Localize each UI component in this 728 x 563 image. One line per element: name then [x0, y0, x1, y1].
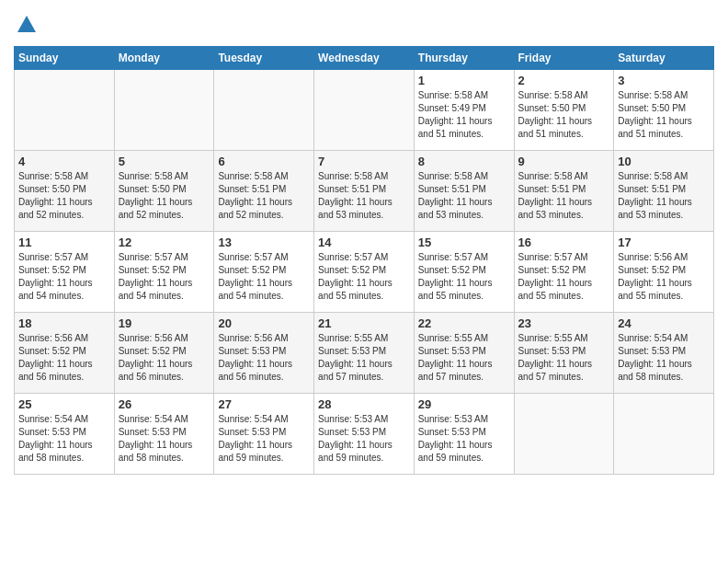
cell-info: Sunrise: 5:57 AMSunset: 5:52 PMDaylight:… [218, 251, 310, 303]
day-number: 9 [518, 155, 610, 168]
calendar-cell: 18Sunrise: 5:56 AMSunset: 5:52 PMDayligh… [15, 312, 115, 393]
calendar-cell [314, 69, 415, 150]
cell-info: Sunrise: 5:58 AMSunset: 5:51 PMDaylight:… [318, 170, 410, 222]
day-number: 3 [618, 74, 710, 87]
cell-info: Sunrise: 5:56 AMSunset: 5:52 PMDaylight:… [119, 332, 210, 384]
calendar-cell [114, 69, 214, 150]
cell-info: Sunrise: 5:54 AMSunset: 5:53 PMDaylight:… [218, 413, 310, 465]
cell-info: Sunrise: 5:53 AMSunset: 5:53 PMDaylight:… [418, 413, 510, 465]
day-number: 10 [618, 155, 710, 168]
calendar-cell: 23Sunrise: 5:55 AMSunset: 5:53 PMDayligh… [514, 312, 614, 393]
day-number: 15 [418, 236, 510, 249]
header-row: SundayMondayTuesdayWednesdayThursdayFrid… [15, 46, 714, 69]
calendar-cell: 27Sunrise: 5:54 AMSunset: 5:53 PMDayligh… [214, 393, 314, 474]
cell-info: Sunrise: 5:53 AMSunset: 5:53 PMDaylight:… [318, 413, 410, 465]
day-number: 23 [518, 316, 610, 330]
day-number: 13 [218, 236, 310, 249]
calendar-cell: 19Sunrise: 5:56 AMSunset: 5:52 PMDayligh… [114, 312, 214, 393]
weekday-header: Wednesday [314, 46, 415, 69]
cell-info: Sunrise: 5:58 AMSunset: 5:50 PMDaylight:… [18, 170, 110, 222]
day-number: 11 [18, 236, 110, 249]
day-number: 22 [418, 316, 510, 330]
cell-info: Sunrise: 5:54 AMSunset: 5:53 PMDaylight:… [618, 332, 710, 384]
calendar-cell: 1Sunrise: 5:58 AMSunset: 5:49 PMDaylight… [414, 69, 514, 150]
day-number: 28 [318, 397, 410, 411]
calendar-week-row: 18Sunrise: 5:56 AMSunset: 5:52 PMDayligh… [15, 312, 714, 393]
day-number: 17 [618, 236, 710, 249]
calendar-cell: 7Sunrise: 5:58 AMSunset: 5:51 PMDaylight… [314, 150, 415, 231]
calendar-cell: 25Sunrise: 5:54 AMSunset: 5:53 PMDayligh… [15, 393, 115, 474]
cell-info: Sunrise: 5:54 AMSunset: 5:53 PMDaylight:… [119, 413, 210, 465]
cell-info: Sunrise: 5:58 AMSunset: 5:51 PMDaylight:… [518, 170, 610, 222]
weekday-header: Thursday [414, 46, 514, 69]
calendar-week-row: 11Sunrise: 5:57 AMSunset: 5:52 PMDayligh… [15, 231, 714, 312]
weekday-header: Tuesday [214, 46, 314, 69]
day-number: 7 [318, 155, 410, 168]
calendar-cell: 10Sunrise: 5:58 AMSunset: 5:51 PMDayligh… [614, 150, 714, 231]
calendar-cell: 3Sunrise: 5:58 AMSunset: 5:50 PMDaylight… [614, 69, 714, 150]
day-number: 24 [618, 316, 710, 330]
cell-info: Sunrise: 5:56 AMSunset: 5:52 PMDaylight:… [618, 251, 710, 303]
calendar-cell: 13Sunrise: 5:57 AMSunset: 5:52 PMDayligh… [214, 231, 314, 312]
cell-info: Sunrise: 5:58 AMSunset: 5:50 PMDaylight:… [618, 89, 710, 141]
day-number: 21 [318, 316, 410, 330]
calendar-cell [614, 393, 714, 474]
calendar-cell: 17Sunrise: 5:56 AMSunset: 5:52 PMDayligh… [614, 231, 714, 312]
calendar-cell [514, 393, 614, 474]
cell-info: Sunrise: 5:58 AMSunset: 5:51 PMDaylight:… [618, 170, 710, 222]
calendar-cell: 8Sunrise: 5:58 AMSunset: 5:51 PMDaylight… [414, 150, 514, 231]
calendar-cell: 29Sunrise: 5:53 AMSunset: 5:53 PMDayligh… [414, 393, 514, 474]
cell-info: Sunrise: 5:57 AMSunset: 5:52 PMDaylight:… [518, 251, 610, 303]
calendar-cell: 20Sunrise: 5:56 AMSunset: 5:53 PMDayligh… [214, 312, 314, 393]
day-number: 1 [418, 74, 510, 87]
weekday-header: Friday [514, 46, 614, 69]
calendar-table: SundayMondayTuesdayWednesdayThursdayFrid… [14, 46, 714, 475]
calendar-cell: 11Sunrise: 5:57 AMSunset: 5:52 PMDayligh… [15, 231, 115, 312]
day-number: 12 [119, 236, 210, 249]
calendar-cell: 16Sunrise: 5:57 AMSunset: 5:52 PMDayligh… [514, 231, 614, 312]
calendar-cell: 6Sunrise: 5:58 AMSunset: 5:51 PMDaylight… [214, 150, 314, 231]
calendar-cell: 26Sunrise: 5:54 AMSunset: 5:53 PMDayligh… [114, 393, 214, 474]
calendar-cell: 14Sunrise: 5:57 AMSunset: 5:52 PMDayligh… [314, 231, 415, 312]
calendar-cell: 22Sunrise: 5:55 AMSunset: 5:53 PMDayligh… [414, 312, 514, 393]
cell-info: Sunrise: 5:57 AMSunset: 5:52 PMDaylight:… [119, 251, 210, 303]
day-number: 29 [418, 397, 510, 411]
logo [14, 14, 38, 40]
day-number: 16 [518, 236, 610, 249]
day-number: 5 [119, 155, 210, 168]
day-number: 6 [218, 155, 310, 168]
calendar-cell: 2Sunrise: 5:58 AMSunset: 5:50 PMDaylight… [514, 69, 614, 150]
day-number: 25 [18, 397, 110, 411]
calendar-cell [15, 69, 115, 150]
day-number: 8 [418, 155, 510, 168]
cell-info: Sunrise: 5:57 AMSunset: 5:52 PMDaylight:… [318, 251, 410, 303]
calendar-week-row: 4Sunrise: 5:58 AMSunset: 5:50 PMDaylight… [15, 150, 714, 231]
cell-info: Sunrise: 5:57 AMSunset: 5:52 PMDaylight:… [418, 251, 510, 303]
cell-info: Sunrise: 5:56 AMSunset: 5:53 PMDaylight:… [218, 332, 310, 384]
cell-info: Sunrise: 5:55 AMSunset: 5:53 PMDaylight:… [518, 332, 610, 384]
calendar-week-row: 1Sunrise: 5:58 AMSunset: 5:49 PMDaylight… [15, 69, 714, 150]
calendar-cell: 12Sunrise: 5:57 AMSunset: 5:52 PMDayligh… [114, 231, 214, 312]
cell-info: Sunrise: 5:58 AMSunset: 5:51 PMDaylight:… [418, 170, 510, 222]
calendar-cell: 9Sunrise: 5:58 AMSunset: 5:51 PMDaylight… [514, 150, 614, 231]
cell-info: Sunrise: 5:58 AMSunset: 5:49 PMDaylight:… [418, 89, 510, 141]
weekday-header: Monday [114, 46, 214, 69]
logo-icon [16, 14, 38, 36]
calendar-cell [214, 69, 314, 150]
day-number: 19 [119, 316, 210, 330]
header [14, 9, 714, 40]
calendar-cell: 4Sunrise: 5:58 AMSunset: 5:50 PMDaylight… [15, 150, 115, 231]
calendar-cell: 15Sunrise: 5:57 AMSunset: 5:52 PMDayligh… [414, 231, 514, 312]
cell-info: Sunrise: 5:55 AMSunset: 5:53 PMDaylight:… [418, 332, 510, 384]
cell-info: Sunrise: 5:56 AMSunset: 5:52 PMDaylight:… [18, 332, 110, 384]
cell-info: Sunrise: 5:58 AMSunset: 5:51 PMDaylight:… [218, 170, 310, 222]
weekday-header: Saturday [614, 46, 714, 69]
calendar-cell: 24Sunrise: 5:54 AMSunset: 5:53 PMDayligh… [614, 312, 714, 393]
cell-info: Sunrise: 5:54 AMSunset: 5:53 PMDaylight:… [18, 413, 110, 465]
svg-marker-0 [17, 16, 36, 32]
day-number: 2 [518, 74, 610, 87]
day-number: 26 [119, 397, 210, 411]
cell-info: Sunrise: 5:58 AMSunset: 5:50 PMDaylight:… [518, 89, 610, 141]
day-number: 20 [218, 316, 310, 330]
day-number: 18 [18, 316, 110, 330]
